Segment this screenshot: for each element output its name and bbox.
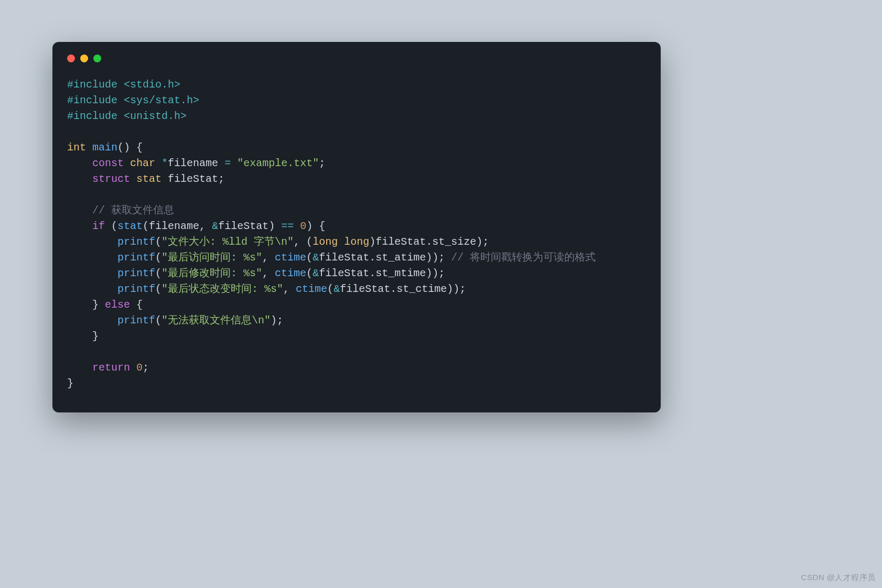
paren: ( xyxy=(155,236,162,248)
ident: fileStat xyxy=(340,283,390,295)
paren: )); xyxy=(447,283,466,295)
paren: ( xyxy=(306,236,313,248)
string-literal: "最后修改时间: %s" xyxy=(162,267,262,279)
pp-include: #include xyxy=(67,94,117,106)
kw-return: return xyxy=(92,362,130,374)
op-star: * xyxy=(162,157,168,169)
pp-include: #include xyxy=(67,110,117,122)
fn-call: ctime xyxy=(296,283,327,295)
window-titlebar xyxy=(67,55,646,62)
fn-call: printf xyxy=(117,283,155,295)
fn-call: printf xyxy=(117,252,155,264)
member: st_ctime xyxy=(396,283,447,295)
comment: // 获取文件信息 xyxy=(92,204,174,216)
kw-type: long xyxy=(344,236,369,248)
op-amp: & xyxy=(212,220,218,232)
pp-header: <unistd.h> xyxy=(124,110,187,122)
ident: fileStat xyxy=(218,220,268,232)
dot: . xyxy=(390,283,396,295)
string-literal: "最后访问时间: %s" xyxy=(162,252,262,264)
paren: )); xyxy=(426,267,445,279)
ident: filename xyxy=(168,157,218,169)
ident: fileStat xyxy=(319,252,369,264)
op-amp: & xyxy=(334,283,340,295)
brace: } xyxy=(92,299,99,311)
string-literal: "无法获取文件信息\n" xyxy=(162,314,271,326)
kw-if: if xyxy=(92,220,105,232)
code-window: #include <stdio.h> #include <sys/stat.h>… xyxy=(52,42,661,412)
op-amp: & xyxy=(313,252,319,264)
comma: , xyxy=(199,220,206,232)
paren: ( xyxy=(155,252,162,264)
op-assign: = xyxy=(224,157,231,169)
type-name: stat xyxy=(136,173,162,185)
paren: ) xyxy=(369,236,375,248)
fn-name: main xyxy=(92,141,117,154)
member: st_size xyxy=(432,236,476,248)
comma: , xyxy=(283,283,289,295)
ident: filename xyxy=(149,220,199,232)
ident: fileStat xyxy=(168,173,218,185)
ident: fileStat xyxy=(375,236,426,248)
comment: // 将时间戳转换为可读的格式 xyxy=(451,252,596,264)
minimize-icon[interactable] xyxy=(80,55,88,62)
kw-type: int xyxy=(67,141,86,154)
string-literal: "文件大小: %lld 字节\n" xyxy=(162,236,294,248)
dot: . xyxy=(369,267,375,279)
comma: , xyxy=(262,267,268,279)
paren: )); xyxy=(426,252,445,264)
fn-call: ctime xyxy=(275,252,306,264)
number: 0 xyxy=(136,362,143,374)
kw-else: else xyxy=(105,299,130,311)
paren: ( xyxy=(327,283,334,295)
brace: { xyxy=(136,299,143,311)
comma: , xyxy=(262,252,268,264)
paren: ); xyxy=(271,314,283,326)
fn-call: ctime xyxy=(275,267,306,279)
paren: ( xyxy=(306,252,313,264)
op-eq: == xyxy=(281,220,294,232)
fn-call: printf xyxy=(117,267,155,279)
ident: fileStat xyxy=(319,267,369,279)
string-literal: "最后状态改变时间: %s" xyxy=(162,283,283,295)
watermark-text: CSDN @人才程序员 xyxy=(801,573,876,583)
close-icon[interactable] xyxy=(67,55,75,62)
paren: ( xyxy=(143,220,149,232)
kw-const: const xyxy=(92,157,124,169)
fn-call: stat xyxy=(117,220,143,232)
fn-call: printf xyxy=(117,236,155,248)
dot: . xyxy=(369,252,375,264)
brace: { xyxy=(319,220,325,232)
paren: ( xyxy=(155,283,162,295)
paren: ( xyxy=(155,267,162,279)
pp-header: <stdio.h> xyxy=(124,79,180,91)
code-block: #include <stdio.h> #include <sys/stat.h>… xyxy=(67,77,646,391)
kw-type: char xyxy=(130,157,155,169)
brace: } xyxy=(67,377,73,389)
paren: () xyxy=(117,141,130,154)
brace: } xyxy=(92,330,99,342)
string-literal: "example.txt" xyxy=(237,157,319,169)
zoom-icon[interactable] xyxy=(93,55,101,62)
kw-struct: struct xyxy=(92,173,130,185)
semicolon: ; xyxy=(143,362,149,374)
member: st_mtime xyxy=(375,267,426,279)
dot: . xyxy=(426,236,432,248)
paren: ); xyxy=(476,236,489,248)
pp-header: <sys/stat.h> xyxy=(124,94,199,106)
paren: ) xyxy=(268,220,275,232)
brace: { xyxy=(136,141,143,154)
pp-include: #include xyxy=(67,79,117,91)
paren: ) xyxy=(306,220,313,232)
kw-type: long xyxy=(313,236,338,248)
member: st_atime xyxy=(375,252,426,264)
number: 0 xyxy=(300,220,306,232)
comma: , xyxy=(294,236,300,248)
paren: ( xyxy=(111,220,117,232)
paren: ( xyxy=(306,267,313,279)
paren: ( xyxy=(155,314,162,326)
fn-call: printf xyxy=(117,314,155,326)
semicolon: ; xyxy=(319,157,325,169)
semicolon: ; xyxy=(218,173,224,185)
op-amp: & xyxy=(313,267,319,279)
